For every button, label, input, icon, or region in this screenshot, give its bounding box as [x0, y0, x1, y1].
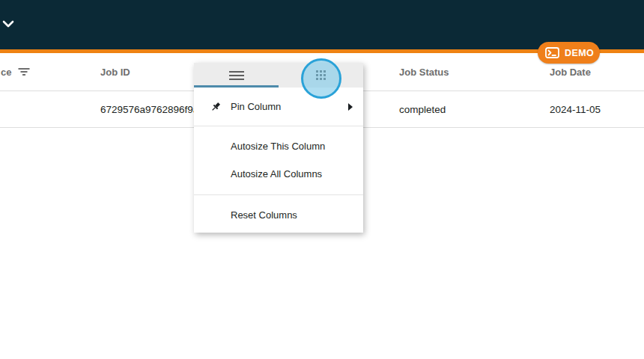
- column-header-instance[interactable]: ce: [1, 53, 30, 90]
- pin-icon: [210, 101, 222, 113]
- hamburger-menu-icon: [229, 71, 244, 80]
- menu-item-autosize-this-column[interactable]: Autosize This Column: [194, 132, 363, 160]
- menu-item-autosize-all-columns[interactable]: Autosize All Columns: [194, 160, 363, 188]
- cell-job-date[interactable]: 2024-11-05: [550, 91, 601, 127]
- menu-item-reset-columns[interactable]: Reset Columns: [194, 201, 363, 229]
- column-header-label: Job ID: [100, 67, 130, 78]
- demo-badge-label: DEMO: [565, 48, 594, 58]
- app-window: DEMO ce Job ID Job Status Job Date 67295…: [0, 0, 644, 359]
- menu-item-label: Autosize This Column: [231, 141, 325, 152]
- column-menu-tabs: [194, 63, 363, 88]
- menu-item-pin-column[interactable]: Pin Column: [194, 88, 363, 126]
- columns-grid-icon: [316, 70, 326, 80]
- column-header-job-status[interactable]: Job Status: [399, 53, 449, 90]
- tab-general-menu[interactable]: [194, 63, 279, 88]
- submenu-arrow-icon: [348, 103, 353, 111]
- menu-separator: [194, 194, 363, 195]
- menu-item-label: Reset Columns: [231, 209, 297, 221]
- demo-badge[interactable]: DEMO: [538, 42, 600, 64]
- menu-item-label: Pin Column: [231, 101, 281, 112]
- filter-icon[interactable]: [18, 68, 30, 76]
- column-header-label-truncated: ce: [1, 67, 11, 78]
- column-menu-popup: Pin Column Autosize This Column Autosize…: [194, 63, 363, 233]
- column-header-label: Job Date: [550, 67, 591, 78]
- column-header-label: Job Status: [399, 67, 449, 78]
- tab-columns[interactable]: [279, 63, 363, 88]
- menu-separator: [194, 126, 363, 126]
- cell-job-id[interactable]: 6729576a9762896f9a: [100, 91, 198, 127]
- terminal-icon: [545, 47, 559, 58]
- menu-item-label: Autosize All Columns: [231, 168, 322, 180]
- column-header-job-id[interactable]: Job ID: [100, 53, 130, 90]
- chevron-down-icon[interactable]: [2, 20, 14, 28]
- cell-job-status[interactable]: completed: [399, 91, 446, 127]
